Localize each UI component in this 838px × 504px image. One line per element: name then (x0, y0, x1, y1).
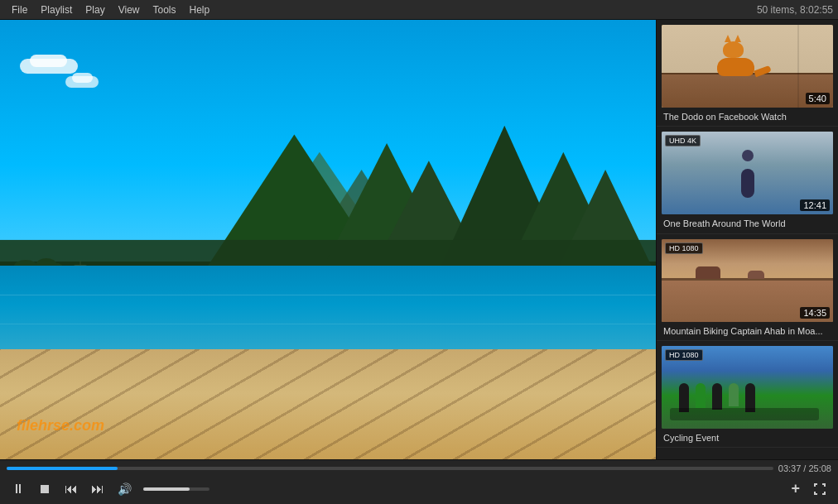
video-area[interactable]: filehrse.com (0, 20, 656, 459)
menu-play[interactable]: Play (79, 0, 111, 19)
volume-fill (143, 487, 190, 491)
quality-badge-4: HD 1080 (665, 349, 703, 361)
menu-bar: File Playlist Play View Tools Help 50 it… (0, 0, 838, 20)
playlist-thumb-1: 5:40 (662, 25, 833, 108)
fullscreen-button[interactable] (808, 481, 831, 497)
menu-tools[interactable]: Tools (147, 0, 183, 19)
pause-button[interactable]: ⏸ (7, 480, 30, 498)
volume-button[interactable]: 🔊 (113, 481, 137, 497)
controls-bar: 03:37 / 25:08 ⏸ ⏹ ⏮ ⏭ 🔊 + (0, 459, 838, 504)
list-item[interactable]: HD 1080 Cycling Event (657, 341, 838, 448)
duration-badge-2: 12:41 (800, 199, 830, 211)
list-item[interactable]: 5:40 The Dodo on Facebook Watch (657, 20, 838, 127)
next-button[interactable]: ⏭ (86, 480, 109, 498)
water (0, 266, 656, 362)
stop-button[interactable]: ⏹ (33, 480, 56, 498)
playlist-title-2: One Breath Around The World (662, 218, 833, 229)
menu-view[interactable]: View (112, 0, 147, 19)
mountains (0, 99, 656, 275)
cloud-small (65, 73, 99, 88)
menu-help[interactable]: Help (183, 0, 217, 19)
menu-file[interactable]: File (5, 0, 34, 19)
duration-badge-1: 5:40 (806, 93, 830, 104)
sidebar-playlist[interactable]: 5:40 The Dodo on Facebook Watch UHD 4K 1… (656, 20, 838, 459)
progress-track[interactable] (7, 467, 773, 470)
quality-badge-3: HD 1080 (665, 242, 703, 254)
beach-scene: filehrse.com (0, 20, 656, 459)
watermark: filehrse.com (17, 417, 104, 434)
playlist-thumb-4: HD 1080 (662, 346, 833, 429)
prev-button[interactable]: ⏮ (60, 480, 83, 498)
playlist-title-3: Mountain Biking Captain Ahab in Moa... (662, 325, 833, 337)
sand (0, 349, 656, 459)
list-item[interactable]: UHD 4K 12:41 One Breath Around The World (657, 127, 838, 233)
menu-playlist[interactable]: Playlist (34, 0, 79, 19)
playlist-thumb-2: UHD 4K 12:41 (662, 132, 833, 214)
progress-fill (7, 467, 118, 470)
volume-track[interactable] (143, 487, 210, 491)
quality-badge-2: UHD 4K (665, 135, 701, 146)
progress-row: 03:37 / 25:08 (7, 463, 831, 473)
time-display: 03:37 / 25:08 (778, 463, 831, 473)
playlist-title-1: The Dodo on Facebook Watch (662, 111, 833, 122)
playlist-info: 50 items, 8:02:55 (757, 4, 833, 16)
main-layout: filehrse.com (0, 20, 838, 459)
playlist-thumb-3: HD 1080 14:35 (662, 239, 833, 322)
list-item[interactable]: HD 1080 14:35 Mountain Biking Captain Ah… (657, 234, 838, 341)
playlist-title-4: Cycling Event (662, 432, 833, 444)
add-button[interactable]: + (786, 478, 805, 499)
duration-badge-3: 14:35 (800, 307, 830, 319)
controls-row: ⏸ ⏹ ⏮ ⏭ 🔊 + (7, 478, 831, 499)
